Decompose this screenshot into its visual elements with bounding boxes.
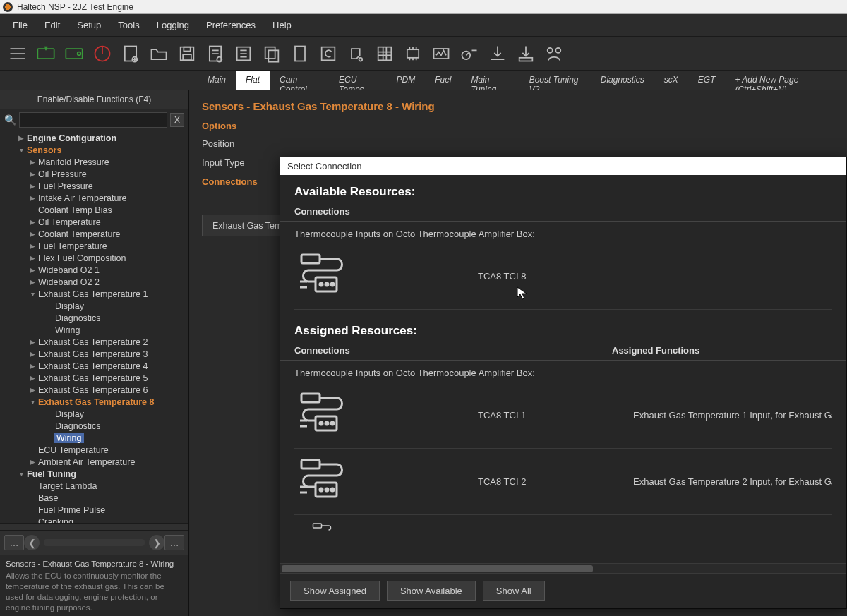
tree-item-display[interactable]: Display — [4, 408, 188, 420]
nav-back-button[interactable]: ❮ — [24, 535, 40, 550]
svg-point-37 — [325, 488, 328, 491]
search-input[interactable] — [19, 112, 167, 128]
search-clear-button[interactable]: X — [170, 113, 184, 127]
tree-item-exhaust-gas-temperature-3[interactable]: ▶Exhaust Gas Temperature 3 — [4, 348, 188, 360]
tree-item-display[interactable]: Display — [4, 300, 188, 312]
tree-item-exhaust-gas-temperature-5[interactable]: ▶Exhaust Gas Temperature 5 — [4, 372, 188, 384]
dual-gauge-icon[interactable] — [543, 43, 565, 64]
tree-item-wiring[interactable]: Wiring — [4, 432, 188, 444]
show-available-button[interactable]: Show Available — [387, 581, 476, 601]
save-icon[interactable] — [176, 43, 198, 64]
scope-icon[interactable] — [431, 43, 452, 64]
tree-item-base[interactable]: Base — [4, 492, 188, 504]
tab-boost-tuning-v2[interactable]: Boost Tuning V2 — [519, 71, 591, 90]
dialog-hscrollbar[interactable] — [280, 563, 846, 573]
function-tree[interactable]: ▶Engine Configuration▾Sensors▶Manifold P… — [0, 131, 188, 523]
tree-item-fuel-temperature[interactable]: ▶Fuel Temperature — [4, 240, 188, 252]
svg-rect-13 — [268, 50, 278, 61]
copy-icon[interactable] — [261, 43, 282, 64]
tree-arrow-icon: ▶ — [28, 386, 37, 394]
tab-cam-control[interactable]: Cam Control — [270, 71, 329, 90]
tree-item-oil-temperature[interactable]: ▶Oil Temperature — [4, 216, 188, 228]
tree-item-target-lambda[interactable]: Target Lambda — [4, 480, 188, 492]
tree-item-coolant-temperature[interactable]: ▶Coolant Temperature — [4, 228, 188, 240]
nav-more-left-button[interactable]: … — [4, 535, 24, 550]
tree-item-label: Fuel Temperature — [37, 241, 107, 251]
nav-forward-button[interactable]: ❯ — [149, 535, 164, 550]
tree-item-cranking[interactable]: Cranking — [4, 516, 188, 523]
menu-setup[interactable]: Setup — [70, 17, 108, 33]
tree-item-sensors[interactable]: ▾Sensors — [4, 144, 188, 156]
tree-item-engine-configuration[interactable]: ▶Engine Configuration — [4, 132, 188, 144]
tab-fuel[interactable]: Fuel — [425, 71, 461, 90]
new-file-icon[interactable] — [120, 43, 141, 64]
show-all-button[interactable]: Show All — [483, 581, 545, 601]
tree-item-flex-fuel-composition[interactable]: ▶Flex Fuel Composition — [4, 252, 188, 264]
note-icon[interactable] — [346, 43, 367, 64]
tree-item-ecu-temperature[interactable]: ECU Temperature — [4, 444, 188, 456]
tree-item-fuel-tuning[interactable]: ▾Fuel Tuning — [4, 468, 188, 480]
tree-item-wiring[interactable]: Wiring — [4, 324, 188, 336]
tab-egt[interactable]: EGT — [688, 71, 726, 90]
sidebar: Enable/Disable Functions (F4) 🔍 X ▶Engin… — [0, 90, 189, 616]
tree-item-fuel-pressure[interactable]: ▶Fuel Pressure — [4, 180, 188, 192]
grid-icon[interactable] — [374, 43, 395, 64]
tab-diagnostics[interactable]: Diagnostics — [591, 71, 654, 90]
menu-edit[interactable]: Edit — [37, 17, 67, 33]
tree-hscroll[interactable] — [0, 523, 188, 530]
tab-main[interactable]: Main — [198, 71, 236, 90]
assigned-resource-row[interactable]: TCA8 TCI 1 Exhaust Gas Temperature 1 Inp… — [294, 382, 832, 449]
nav-more-right-button[interactable]: … — [164, 535, 184, 550]
tree-item-coolant-temp-bias[interactable]: Coolant Temp Bias — [4, 204, 188, 216]
download2-icon[interactable] — [515, 43, 536, 64]
tree-item-oil-pressure[interactable]: ▶Oil Pressure — [4, 168, 188, 180]
tree-item-exhaust-gas-temperature-8[interactable]: ▾Exhaust Gas Temperature 8 — [4, 396, 188, 408]
col-assigned-functions: Assigned Functions — [612, 345, 832, 356]
tree-item-wideband-o2-1[interactable]: ▶Wideband O2 1 — [4, 264, 188, 276]
tree-item-fuel-prime-pulse[interactable]: Fuel Prime Pulse — [4, 504, 188, 516]
page-icon[interactable] — [289, 43, 311, 64]
search-icon: 🔍 — [4, 114, 16, 126]
connect2-icon[interactable] — [64, 43, 85, 64]
sidebar-search: 🔍 X — [0, 109, 188, 131]
show-assigned-button[interactable]: Show Assigned — [290, 581, 380, 601]
menu-file[interactable]: File — [6, 17, 35, 33]
tab-scx[interactable]: scX — [654, 71, 688, 90]
tree-item-exhaust-gas-temperature-2[interactable]: ▶Exhaust Gas Temperature 2 — [4, 336, 188, 348]
page-add-icon[interactable] — [205, 43, 226, 64]
resource-name: TCA8 TCI 1 — [478, 410, 619, 421]
gauge-icon[interactable] — [459, 43, 480, 64]
download-icon[interactable] — [487, 43, 508, 64]
tab-main-tuning[interactable]: Main Tuning — [461, 71, 519, 90]
tree-item-exhaust-gas-temperature-1[interactable]: ▾Exhaust Gas Temperature 1 — [4, 288, 188, 300]
menu-help[interactable]: Help — [265, 17, 299, 33]
content-subtab[interactable]: Exhaust Gas Temperat — [202, 215, 288, 236]
resource-row-partial[interactable] — [294, 515, 832, 545]
add-page-tab[interactable]: + Add New Page (Ctrl+Shift+N) — [725, 71, 847, 90]
menu-logging[interactable]: Logging — [150, 17, 196, 33]
tree-item-diagnostics[interactable]: Diagnostics — [4, 312, 188, 324]
assigned-resource-row[interactable]: TCA8 TCI 2 Exhaust Gas Temperature 2 Inp… — [294, 449, 832, 515]
menu-tools[interactable]: Tools — [111, 17, 146, 33]
tree-item-intake-air-temperature[interactable]: ▶Intake Air Temperature — [4, 192, 188, 204]
tab-pdm[interactable]: PDM — [386, 71, 425, 90]
sidebar-header[interactable]: Enable/Disable Functions (F4) — [0, 90, 188, 109]
chip-icon[interactable] — [402, 43, 424, 64]
tab-flat[interactable]: Flat — [236, 71, 270, 90]
tab-ecu-temps[interactable]: ECU Temps — [329, 71, 386, 90]
available-resource-row[interactable]: TCA8 TCI 8 — [294, 243, 832, 310]
list-icon[interactable] — [233, 43, 254, 64]
power-icon[interactable] — [92, 43, 113, 64]
connect-icon[interactable] — [35, 43, 56, 64]
tree-item-exhaust-gas-temperature-6[interactable]: ▶Exhaust Gas Temperature 6 — [4, 384, 188, 396]
tree-item-manifold-pressure[interactable]: ▶Manifold Pressure — [4, 156, 188, 168]
svg-rect-24 — [301, 255, 320, 263]
tree-item-exhaust-gas-temperature-4[interactable]: ▶Exhaust Gas Temperature 4 — [4, 360, 188, 372]
tree-item-wideband-o2-2[interactable]: ▶Wideband O2 2 — [4, 276, 188, 288]
open-folder-icon[interactable] — [148, 43, 169, 64]
menu-preferences[interactable]: Preferences — [199, 17, 263, 33]
refresh-icon[interactable] — [318, 43, 339, 64]
hamburger-icon[interactable] — [7, 43, 28, 64]
tree-item-diagnostics[interactable]: Diagnostics — [4, 420, 188, 432]
tree-item-ambient-air-temperature[interactable]: ▶Ambient Air Temperature — [4, 456, 188, 468]
